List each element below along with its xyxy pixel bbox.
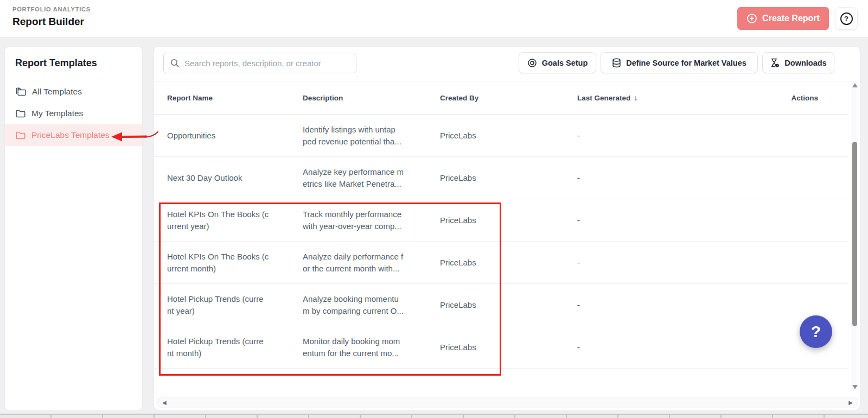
sidebar-item-pricelabs-templates[interactable]: PriceLabs Templates [5, 124, 142, 146]
created-by-cell: PriceLabs [440, 199, 548, 241]
downloads-button[interactable]: Downloads [762, 52, 834, 73]
last-generated-cell: - [577, 284, 686, 326]
vertical-scrollbar-thumb[interactable] [852, 142, 857, 326]
report-table-row[interactable]: Hotel KPIs On The Books (c urrent year) … [154, 199, 848, 242]
floating-help-button[interactable]: ? [800, 315, 832, 348]
last-generated-label: Last Generated [577, 94, 630, 102]
scroll-left-arrow[interactable]: ◀ [162, 400, 167, 406]
sidebar-item-label: All Templates [32, 87, 82, 97]
description-cell: Track monthly performance with year-over… [303, 199, 433, 241]
column-header-actions: Actions [791, 81, 818, 114]
folder-icon [16, 110, 25, 118]
search-icon [170, 59, 180, 68]
report-name-cell: Hotel Pickup Trends (curre nt year) [167, 284, 297, 326]
sidebar-item-my-templates[interactable]: My Templates [5, 103, 142, 124]
database-icon [612, 58, 621, 68]
sidebar-items: All Templates My Templates PriceLabs Tem… [5, 81, 142, 146]
breadcrumb-eyebrow: PORTFOLIO ANALYTICS [12, 6, 91, 12]
created-by-cell: PriceLabs [440, 157, 548, 199]
top-header-bar: PORTFOLIO ANALYTICS Report Builder Creat… [0, 0, 868, 38]
folder-icon [16, 131, 25, 140]
table-header-row: Report Name Description Created By Last … [154, 81, 848, 115]
report-table-row[interactable]: Hotel KPIs On The Books (c urrent month)… [154, 242, 848, 284]
sidebar-title: Report Templates [15, 58, 97, 69]
report-table-body: Opportunities Identify listings with unt… [154, 115, 848, 369]
report-name-cell: Next 30 Day Outlook [167, 157, 297, 199]
column-header-last-generated[interactable]: Last Generated ↓ [577, 81, 637, 114]
report-name-cell: Hotel KPIs On The Books (c urrent month) [167, 242, 297, 283]
page-title: Report Builder [12, 16, 84, 28]
created-by-cell: PriceLabs [440, 326, 548, 368]
create-report-label: Create Report [762, 14, 820, 23]
report-templates-sidebar: Report Templates All Templates My Templa… [4, 46, 143, 410]
report-name-cell: Hotel KPIs On The Books (c urrent year) [167, 199, 297, 241]
target-icon [527, 58, 537, 68]
scroll-up-arrow[interactable] [852, 83, 858, 87]
report-table-row[interactable]: Hotel Pickup Trends (curre nt year) Anal… [154, 284, 848, 326]
search-box [163, 53, 356, 73]
define-source-label: Define Source for Market Values [626, 59, 746, 67]
last-generated-cell: - [577, 242, 686, 283]
description-cell: Identify listings with untap ped revenue… [303, 115, 433, 156]
hourglass-clock-icon [770, 58, 780, 68]
question-circle-icon: ? [840, 12, 853, 25]
description-cell: Monitor daily booking mom entum for the … [303, 326, 433, 368]
reports-panel: Goals Setup Define Source for Market Val… [154, 46, 860, 410]
goals-setup-label: Goals Setup [542, 59, 588, 67]
column-header-description[interactable]: Description [303, 81, 343, 114]
column-header-report-name[interactable]: Report Name [167, 81, 213, 114]
define-source-button[interactable]: Define Source for Market Values [601, 52, 758, 73]
help-question-icon: ? [811, 322, 821, 341]
sidebar-item-label: PriceLabs Templates [31, 130, 110, 140]
header-help-button[interactable]: ? [835, 7, 858, 30]
sort-descending-icon: ↓ [634, 93, 637, 102]
report-table-row[interactable]: Hotel Pickup Trends (curre nt month) Mon… [154, 326, 848, 369]
scroll-right-arrow[interactable]: ▶ [848, 400, 853, 406]
horizontal-scrollbar[interactable]: ◀ ▶ [157, 397, 858, 408]
created-by-cell: PriceLabs [440, 242, 548, 283]
folders-icon [16, 87, 26, 96]
column-header-created-by[interactable]: Created By [440, 81, 478, 114]
report-table-row[interactable]: Next 30 Day Outlook Analyze key performa… [154, 157, 848, 199]
description-cell: Analyze key performance m etrics like Ma… [303, 157, 433, 199]
vertical-scrollbar[interactable] [851, 81, 858, 391]
downloads-label: Downloads [784, 59, 826, 67]
goals-setup-button[interactable]: Goals Setup [519, 52, 596, 73]
created-by-cell: PriceLabs [440, 284, 548, 326]
scroll-down-arrow[interactable] [852, 385, 858, 389]
description-cell: Analyze daily performance f or the curre… [303, 242, 433, 283]
report-name-cell: Opportunities [167, 115, 297, 156]
last-generated-cell: - [577, 326, 686, 368]
plus-circle-icon [746, 13, 757, 24]
last-generated-cell: - [577, 199, 686, 241]
search-input[interactable] [184, 59, 356, 68]
sidebar-item-all-templates[interactable]: All Templates [5, 81, 142, 103]
report-name-cell: Hotel Pickup Trends (curre nt month) [167, 326, 297, 368]
description-cell: Analyze booking momentu m by comparing c… [303, 284, 433, 326]
below-fold-content-strip [0, 414, 868, 418]
last-generated-cell: - [577, 157, 686, 199]
create-report-button[interactable]: Create Report [737, 7, 829, 30]
sidebar-item-label: My Templates [31, 109, 83, 118]
report-table-row[interactable]: Opportunities Identify listings with unt… [154, 115, 848, 157]
last-generated-cell: - [577, 115, 686, 156]
created-by-cell: PriceLabs [440, 115, 548, 156]
